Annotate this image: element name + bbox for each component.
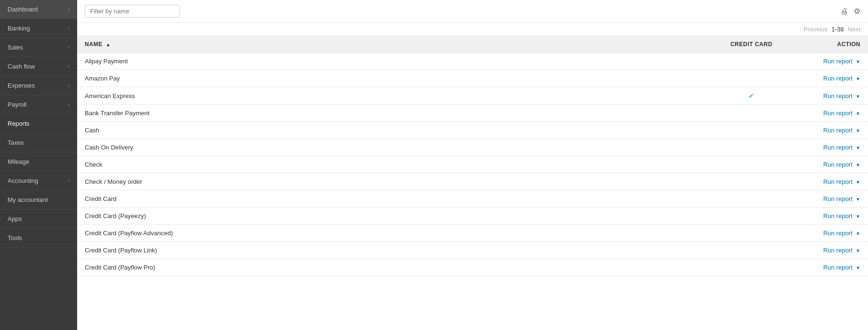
sidebar-item-accounting[interactable]: Accounting› (0, 171, 77, 190)
dropdown-arrow-icon[interactable]: ▼ (854, 145, 860, 150)
cell-credit-card (720, 259, 782, 276)
settings-icon[interactable]: ⚙ (854, 7, 860, 16)
cell-action: Run report ▼ (782, 208, 868, 225)
col-header-action: ACTION (782, 36, 868, 53)
cell-credit-card (720, 139, 782, 156)
table-row: Credit CardRun report ▼ (77, 190, 868, 208)
dropdown-arrow-icon[interactable]: ▼ (854, 59, 860, 64)
run-report-button[interactable]: Run report (823, 264, 852, 271)
dropdown-arrow-icon[interactable]: ▼ (854, 162, 860, 168)
run-report-button[interactable]: Run report (823, 161, 852, 168)
table-row: Credit Card (Payeezy)Run report ▼ (77, 208, 868, 225)
cell-name: American Express (77, 87, 720, 105)
dropdown-arrow-icon[interactable]: ▼ (854, 111, 860, 116)
run-report-button[interactable]: Run report (823, 144, 852, 151)
print-icon[interactable]: 🖨 (840, 7, 848, 16)
toolbar: 🖨 ⚙ (77, 0, 868, 23)
main-content: 🖨 ⚙ Previous 1-38 Next NAME ▲ CREDIT CAR… (77, 0, 868, 330)
cell-action: Run report ▼ (782, 173, 868, 190)
chevron-right-icon: › (68, 45, 70, 50)
sidebar-item-expenses[interactable]: Expenses› (0, 76, 77, 95)
pagination: Previous 1-38 Next (77, 23, 868, 36)
sidebar-item-label: Tools (8, 234, 22, 241)
table-row: CheckRun report ▼ (77, 156, 868, 173)
sidebar-item-reports[interactable]: Reports (0, 114, 77, 133)
sidebar-item-payroll[interactable]: Payroll› (0, 95, 77, 114)
dropdown-arrow-icon[interactable]: ▼ (854, 197, 860, 202)
run-report-button[interactable]: Run report (823, 195, 852, 202)
sidebar-item-banking[interactable]: Banking› (0, 19, 77, 38)
run-report-button[interactable]: Run report (823, 212, 852, 220)
sidebar-item-label: Mileage (8, 158, 30, 165)
sidebar-item-label: Cash flow (8, 63, 35, 70)
dropdown-arrow-icon[interactable]: ▼ (854, 265, 860, 270)
cell-action: Run report ▼ (782, 225, 868, 242)
table-row: Cash On DeliveryRun report ▼ (77, 139, 868, 156)
cell-action: Run report ▼ (782, 87, 868, 105)
dropdown-arrow-icon[interactable]: ▼ (854, 214, 860, 219)
payment-methods-table: NAME ▲ CREDIT CARD ACTION Alipay Payment… (77, 36, 868, 276)
table-header-row: NAME ▲ CREDIT CARD ACTION (77, 36, 868, 53)
sidebar-item-label: Dashboard (8, 6, 38, 13)
sidebar-item-label: Taxes (8, 139, 24, 146)
dropdown-arrow-icon[interactable]: ▼ (854, 180, 860, 185)
sidebar-item-my-accountant[interactable]: My accountant (0, 190, 77, 210)
cell-name: Check (77, 156, 720, 173)
dropdown-arrow-icon[interactable]: ▼ (854, 128, 860, 133)
cell-credit-card (720, 156, 782, 173)
cell-credit-card (720, 208, 782, 225)
chevron-right-icon: › (68, 64, 70, 69)
pagination-next[interactable]: Next (848, 26, 860, 33)
sidebar-item-label: Payroll (8, 101, 27, 108)
dropdown-arrow-icon[interactable]: ▼ (854, 231, 860, 236)
cell-name: Credit Card (Payeezy) (77, 208, 720, 225)
cell-action: Run report ▼ (782, 242, 868, 259)
sidebar-item-label: Sales (8, 44, 23, 51)
run-report-button[interactable]: Run report (823, 230, 852, 237)
table-row: Credit Card (Payflow Link)Run report ▼ (77, 242, 868, 259)
cell-credit-card (720, 173, 782, 190)
sidebar-item-sales[interactable]: Sales› (0, 38, 77, 57)
cell-action: Run report ▼ (782, 105, 868, 122)
sidebar-item-cash-flow[interactable]: Cash flow› (0, 57, 77, 76)
cell-name: Bank Transfer Payment (77, 105, 720, 122)
filter-input[interactable] (85, 5, 180, 18)
table-body: Alipay PaymentRun report ▼Amazon PayRun … (77, 53, 868, 276)
table-row: Alipay PaymentRun report ▼ (77, 53, 868, 70)
dropdown-arrow-icon[interactable]: ▼ (854, 76, 860, 81)
col-header-name[interactable]: NAME ▲ (77, 36, 720, 53)
sidebar-item-dashboard[interactable]: Dashboard› (0, 0, 77, 19)
run-report-button[interactable]: Run report (823, 58, 852, 65)
sidebar-item-label: My accountant (8, 196, 48, 203)
table-row: Credit Card (Payflow Pro)Run report ▼ (77, 259, 868, 276)
run-report-button[interactable]: Run report (823, 75, 852, 82)
sidebar-item-tools[interactable]: Tools (0, 229, 77, 248)
table-row: Bank Transfer PaymentRun report ▼ (77, 105, 868, 122)
cell-name: Cash (77, 122, 720, 139)
pagination-range: 1-38 (831, 26, 844, 33)
cell-action: Run report ▼ (782, 122, 868, 139)
toolbar-right: 🖨 ⚙ (840, 7, 860, 16)
table-row: American Express✔Run report ▼ (77, 87, 868, 105)
run-report-button[interactable]: Run report (823, 178, 852, 185)
cell-action: Run report ▼ (782, 190, 868, 208)
cell-name: Credit Card (Payflow Pro) (77, 259, 720, 276)
run-report-button[interactable]: Run report (823, 110, 852, 117)
table-row: Amazon PayRun report ▼ (77, 70, 868, 87)
chevron-right-icon: › (68, 178, 70, 183)
table-row: Check / Money orderRun report ▼ (77, 173, 868, 190)
cell-credit-card (720, 105, 782, 122)
run-report-button[interactable]: Run report (823, 127, 852, 134)
pagination-prev[interactable]: Previous (804, 26, 828, 33)
run-report-button[interactable]: Run report (823, 247, 852, 254)
cell-credit-card (720, 242, 782, 259)
dropdown-arrow-icon[interactable]: ▼ (854, 248, 860, 253)
cell-name: Check / Money order (77, 173, 720, 190)
sidebar-item-taxes[interactable]: Taxes (0, 133, 77, 152)
run-report-button[interactable]: Run report (823, 92, 852, 100)
sidebar-item-label: Accounting (8, 177, 38, 184)
sidebar-item-apps[interactable]: Apps (0, 210, 77, 229)
chevron-right-icon: › (68, 83, 70, 88)
dropdown-arrow-icon[interactable]: ▼ (854, 94, 860, 99)
sidebar-item-mileage[interactable]: Mileage (0, 152, 77, 171)
